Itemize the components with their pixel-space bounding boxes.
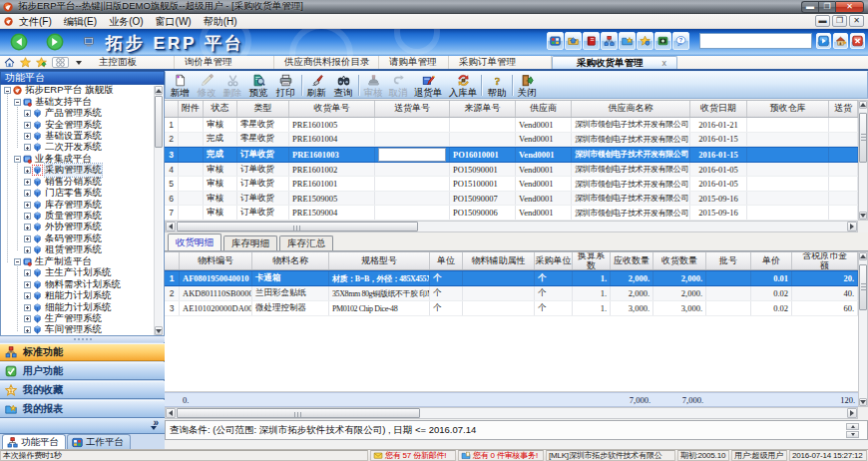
sidebar-tab-功能平台[interactable]: 功能平台	[2, 434, 66, 449]
grid-row-2[interactable]: 2完成零星收货PRE1601004Vend0001深圳市领创电子技术开发有限公司…	[165, 133, 858, 148]
column-header-批号[interactable]: 批号	[706, 252, 751, 269]
scroll-up-button[interactable]	[859, 252, 867, 260]
scroll-thumb[interactable]	[859, 113, 867, 163]
grid-row-5[interactable]: 5审核订单收货PRE1601001PO15100001Vend0001深圳市领创…	[165, 177, 858, 192]
column-header-单位[interactable]: 单位	[430, 252, 463, 269]
expander-plus-icon[interactable]	[24, 202, 31, 209]
window-grid-button[interactable]	[52, 57, 69, 68]
horizontal-scrollbar[interactable]	[165, 221, 858, 232]
column-header-采购单位[interactable]: 采购单位	[535, 252, 573, 269]
column-header-供应商名称[interactable]: 供应商名称	[572, 101, 690, 117]
detail-tab-库存明细[interactable]: 库存明细	[223, 235, 277, 250]
column-header-预收仓库[interactable]: 预收仓库	[747, 101, 829, 117]
sidebar-splitter[interactable]	[0, 336, 165, 342]
spin-down-button[interactable]	[846, 431, 859, 438]
column-header-供应商[interactable]: 供应商	[516, 101, 572, 117]
scroll-down-button[interactable]	[859, 398, 867, 406]
grid-row-1[interactable]: 1审核零星收货PRE1601005Vend0001深圳市领创电子技术开发有限公司…	[165, 118, 858, 133]
expander-plus-icon[interactable]	[24, 269, 31, 276]
sidebar-button-标准功能[interactable]: 标准功能	[0, 343, 165, 361]
menu-item-2[interactable]: 编辑(E)	[58, 14, 103, 29]
column-header-收货日期[interactable]: 收货日期	[690, 101, 747, 117]
detail-tab-库存汇总[interactable]: 库存汇总	[279, 235, 333, 250]
column-header-单价[interactable]: 单价	[751, 252, 792, 269]
expander-plus-icon[interactable]	[24, 304, 31, 311]
help-bubble-button[interactable]: ?	[672, 32, 689, 50]
expander-minus-icon[interactable]	[14, 156, 21, 163]
mdi-restore-button[interactable]: ❐	[832, 15, 847, 27]
menu-item-3[interactable]: 业务(O)	[103, 14, 149, 29]
expander-plus-icon[interactable]	[24, 190, 31, 197]
column-header-物料辅助属性[interactable]: 物料辅助属性	[463, 252, 535, 269]
tab-询价单管理[interactable]: 询价单管理	[175, 56, 274, 69]
tab-供应商供料报价目录[interactable]: 供应商供料报价目录	[274, 56, 379, 69]
grid-row-4[interactable]: 4审核订单收货PRE1601002PO15090001Vend0001深圳市领创…	[165, 163, 858, 178]
inline-cell-editor[interactable]	[378, 148, 446, 162]
column-header-类型[interactable]: 类型	[237, 101, 289, 117]
scroll-up-button[interactable]	[155, 86, 163, 95]
toolbar-button-查询[interactable]: 查询	[330, 73, 356, 98]
home-icon[interactable]	[4, 57, 15, 68]
column-header-规格型号[interactable]: 规格型号	[329, 252, 430, 269]
tab-请购单管理[interactable]: 请购单管理	[379, 56, 449, 69]
sidebar-button-我的报表[interactable]: 我的报表	[0, 400, 165, 418]
column-header-应收数量[interactable]: 应收数量	[611, 252, 653, 269]
sidebar-button-我的收藏[interactable]: 1我的收藏	[0, 381, 165, 399]
mdi-minimize-button[interactable]: ▬	[815, 15, 830, 27]
pin-icon[interactable]	[151, 74, 160, 83]
expander-plus-icon[interactable]	[24, 292, 31, 299]
grid-row-3[interactable]: 3AE101020000DA00微处理控制器PM0102 Chip Dice-4…	[165, 301, 858, 316]
toolbar-button-入库单[interactable]: 入库单	[445, 73, 481, 98]
tree-scrollbar[interactable]	[154, 86, 163, 335]
column-header-含税原币金额[interactable]: 含税原币金额	[792, 252, 858, 269]
scroll-down-button[interactable]	[859, 212, 867, 220]
minimize-button[interactable]: ▬	[801, 1, 818, 13]
org-chart-button[interactable]	[601, 32, 618, 50]
tab-采购收货单管理[interactable]: 采购收货单管理x	[552, 56, 677, 69]
grid-row-1[interactable]: 1AF0801950040010卡通箱材质：B=B，外径：485X455X个个1…	[165, 270, 858, 286]
expander-plus-icon[interactable]	[24, 110, 31, 117]
expander-plus-icon[interactable]	[24, 133, 31, 140]
toolbar-button-刷新[interactable]: 刷新	[303, 73, 329, 98]
expander-minus-icon[interactable]	[14, 99, 21, 106]
menu-item-5[interactable]: 帮助(H)	[198, 14, 243, 29]
spin-up-button[interactable]	[846, 423, 859, 430]
scroll-left-button[interactable]	[166, 408, 176, 418]
tree-item-车间管理系统[interactable]: 车间管理系统	[1, 324, 164, 335]
column-header-送货[interactable]: 送货	[829, 101, 858, 117]
star-add-icon[interactable]	[36, 57, 47, 68]
scroll-right-button[interactable]	[847, 222, 857, 231]
column-header-收货数量[interactable]: 收货数量	[653, 252, 706, 269]
home-exit-button[interactable]	[833, 33, 848, 49]
chevron-down-icon[interactable]	[151, 426, 157, 430]
column-header-来源单号[interactable]: 来源单号	[450, 101, 516, 117]
exit-button[interactable]	[850, 33, 865, 49]
column-header-rownum[interactable]	[165, 101, 179, 117]
tab-close-icon[interactable]: x	[662, 58, 667, 68]
expander-minus-icon[interactable]	[4, 87, 11, 94]
horizontal-scrollbar[interactable]	[165, 407, 858, 419]
column-header-附件[interactable]: 附件	[179, 101, 204, 117]
close-button[interactable]: ✕	[835, 1, 864, 13]
expander-plus-icon[interactable]	[24, 122, 31, 129]
vertical-scrollbar[interactable]	[858, 251, 868, 407]
folder-export-button[interactable]	[565, 32, 582, 50]
scroll-thumb[interactable]	[177, 408, 420, 418]
column-header-收货单号[interactable]: 收货单号	[289, 101, 375, 117]
sidebar-tab-工作平台[interactable]: 工作平台	[67, 434, 131, 449]
tab-list-dropdown-button[interactable]	[74, 57, 83, 68]
scroll-thumb[interactable]	[155, 96, 163, 148]
scroll-thumb[interactable]	[859, 264, 867, 310]
column-header-换算系数[interactable]: 换算系数	[573, 252, 611, 269]
scroll-down-button[interactable]	[155, 326, 163, 335]
toolbar-button-帮助[interactable]: ?帮助	[484, 73, 510, 98]
sidebar-button-用户功能[interactable]: 用户功能	[0, 362, 165, 380]
maximize-button[interactable]: ❐	[818, 1, 835, 13]
toolbar-button-退货单[interactable]: 退货单	[410, 73, 446, 98]
desktop-panel-button[interactable]	[547, 32, 564, 50]
column-header-物料编号[interactable]: 物料编号	[180, 252, 252, 269]
toolbar-button-新增[interactable]: 新增	[167, 73, 193, 98]
mdi-close-button[interactable]: ✕	[849, 15, 864, 27]
tab-采购订单管理[interactable]: 采购订单管理	[449, 56, 552, 69]
expander-plus-icon[interactable]	[24, 326, 31, 333]
